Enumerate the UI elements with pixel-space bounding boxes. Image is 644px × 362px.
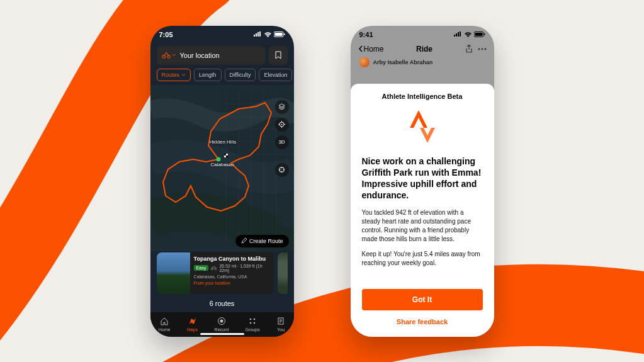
strava-logo-icon — [405, 109, 440, 144]
svg-point-26 — [481, 48, 483, 50]
chip-label: Routes — [162, 72, 180, 78]
status-time: 9:41 — [359, 31, 373, 38]
route-card-peek[interactable] — [278, 252, 288, 294]
you-icon — [276, 316, 285, 326]
svg-point-27 — [484, 48, 486, 50]
status-icons — [453, 31, 485, 37]
target-icon — [278, 121, 285, 128]
sheet-paragraph: Keep it up! You're just 5.4 miles away f… — [362, 250, 483, 268]
svg-rect-2 — [284, 33, 285, 35]
nav-title: Ride — [416, 45, 432, 54]
share-icon[interactable] — [465, 45, 473, 54]
svg-point-20 — [254, 322, 256, 324]
chevron-down-icon — [172, 54, 176, 57]
svg-point-18 — [254, 318, 256, 320]
tab-label: You — [277, 327, 285, 332]
sheet-title: Athlete Intelligence Beta — [362, 93, 483, 100]
map-layers-button[interactable] — [275, 100, 289, 114]
create-route-label: Create Route — [249, 238, 283, 244]
crosshair-icon — [278, 166, 285, 173]
tab-label: Maps — [187, 327, 198, 332]
tab-groups[interactable]: Groups — [246, 316, 260, 332]
status-icons — [253, 31, 285, 37]
svg-point-11 — [281, 124, 283, 125]
svg-rect-9 — [226, 156, 228, 157]
sheet-paragraph: You tackled 942 ft of elevation with a s… — [362, 208, 483, 244]
tab-label: Record — [215, 327, 229, 332]
tab-maps[interactable]: Maps — [187, 316, 198, 332]
status-bar: 7:05 — [150, 26, 294, 43]
user-name: Arby Isabelle Abrahan — [373, 59, 433, 65]
home-indicator — [200, 333, 244, 335]
chip-length[interactable]: Length — [194, 69, 222, 81]
home-icon — [160, 316, 169, 326]
svg-point-19 — [250, 322, 252, 324]
groups-icon — [248, 316, 257, 326]
route-card[interactable]: Topanga Canyon to Malibu Easy 20.52 mi ·… — [157, 252, 274, 294]
tab-you[interactable]: You — [276, 316, 285, 332]
map-label: Calabasas — [211, 162, 235, 167]
chip-elevation[interactable]: Elevation — [259, 69, 292, 81]
route-count: 6 routes — [150, 294, 294, 313]
avatar — [359, 57, 370, 67]
filter-chips: Routes Length Difficulty Elevation Surfa — [150, 69, 294, 81]
chip-routes[interactable]: Routes — [157, 69, 191, 81]
bookmark-button[interactable] — [269, 46, 288, 65]
pencil-icon — [241, 238, 247, 244]
map-label: Hidden Hills — [210, 139, 237, 145]
sheet-headline: Nice work on a challenging Griffith Park… — [362, 156, 483, 201]
map-recenter-button[interactable] — [275, 163, 289, 177]
chip-difficulty[interactable]: Difficulty — [225, 69, 256, 81]
nav-bar: Home Ride — [351, 43, 494, 57]
bike-icon — [211, 266, 217, 270]
user-row[interactable]: Arby Isabelle Abrahan — [351, 57, 494, 67]
status-time: 7:05 — [159, 31, 173, 38]
got-it-button[interactable]: Got It — [362, 289, 483, 310]
svg-rect-1 — [274, 33, 282, 36]
chevron-left-icon — [358, 45, 363, 52]
more-icon[interactable] — [478, 48, 487, 50]
tab-label: Home — [159, 327, 171, 332]
bookmark-icon — [275, 51, 281, 59]
record-icon — [217, 316, 226, 326]
svg-point-16 — [220, 319, 223, 322]
tab-label: Groups — [246, 327, 260, 332]
map-view[interactable]: Hidden Hills Calabasas 3D Create Route — [150, 85, 294, 251]
location-search[interactable]: Your location — [157, 46, 265, 65]
location-text: Your location — [180, 52, 220, 59]
route-location: Calabasas, California, USA — [194, 274, 270, 279]
route-stats: 20.52 mi · 1,539 ft (1h 22m) — [219, 264, 269, 273]
route-thumbnail — [157, 252, 190, 294]
create-route-button[interactable]: Create Route — [235, 235, 289, 247]
status-bar: 9:41 — [351, 26, 494, 43]
tab-record[interactable]: Record — [215, 316, 229, 332]
layers-icon — [278, 103, 285, 110]
phone-detail: 9:41 Home Ride Arby Isabelle Abrahan A — [351, 26, 494, 337]
tab-bar: Home Maps Record Groups You — [150, 312, 294, 337]
map-terrain — [150, 85, 294, 251]
chevron-down-icon — [181, 74, 186, 76]
maps-icon — [188, 316, 197, 326]
phone-maps: 7:05 Your location Routes — [150, 26, 294, 337]
bottom-sheet: Athlete Intelligence Beta Nice work on a… — [351, 84, 494, 337]
back-button[interactable]: Home — [358, 45, 384, 54]
map-locate-button[interactable] — [275, 118, 289, 132]
back-label: Home — [364, 45, 384, 54]
tab-home[interactable]: Home — [159, 316, 171, 332]
svg-rect-24 — [484, 33, 485, 35]
difficulty-badge: Easy — [194, 265, 209, 271]
share-feedback-link[interactable]: Share feedback — [362, 318, 483, 325]
svg-point-17 — [250, 318, 252, 320]
bike-icon — [162, 52, 176, 59]
route-from: From your location — [194, 281, 270, 285]
route-title: Topanga Canyon to Malibu — [194, 256, 270, 262]
svg-point-25 — [478, 48, 480, 50]
map-3d-button[interactable]: 3D — [275, 135, 289, 149]
svg-rect-8 — [224, 154, 226, 156]
svg-point-6 — [216, 157, 220, 161]
svg-rect-23 — [475, 33, 482, 36]
